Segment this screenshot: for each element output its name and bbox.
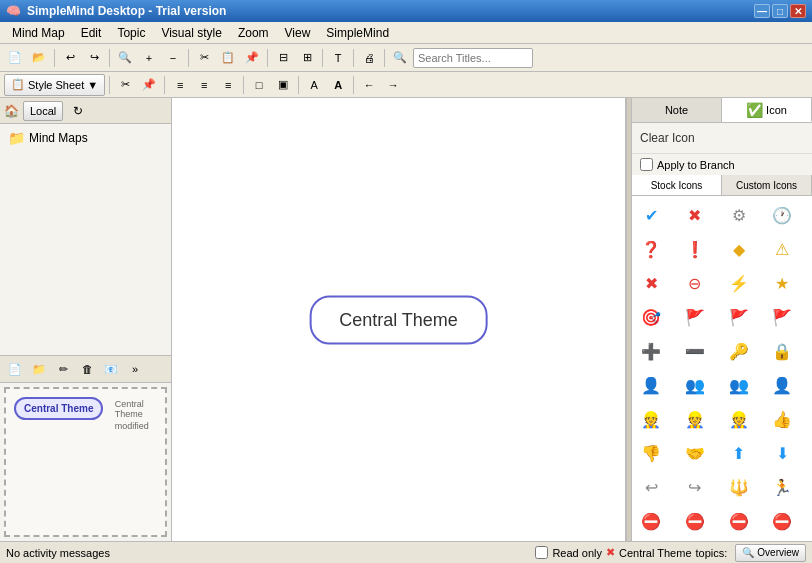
tab-note[interactable]: Note [632, 98, 722, 122]
icon-cell[interactable]: 🚩 [767, 302, 797, 332]
stock-icons-tab[interactable]: Stock Icons [632, 175, 722, 195]
custom-icons-tab[interactable]: Custom Icons [722, 175, 812, 195]
expand-button[interactable]: ⊞ [296, 47, 318, 69]
icon-cell[interactable]: ◆ [724, 234, 754, 264]
cut-button[interactable]: ✂ [193, 47, 215, 69]
icon-cell[interactable]: 👎 [636, 438, 666, 468]
paste-button[interactable]: 📌 [241, 47, 263, 69]
icon-cell[interactable]: ★ [767, 268, 797, 298]
bold-btn[interactable]: A [327, 74, 349, 96]
apply-to-branch-row: Apply to Branch [632, 154, 812, 175]
icon-cell[interactable]: 🚩 [724, 302, 754, 332]
tab-icon[interactable]: ✅ Icon [722, 98, 812, 122]
tree-item-mindmaps[interactable]: 📁 Mind Maps [4, 128, 167, 148]
maximize-button[interactable]: □ [772, 4, 788, 18]
icon-cell[interactable]: 👷 [680, 404, 710, 434]
icon-cell[interactable]: 👷 [724, 404, 754, 434]
icon-cell[interactable]: 👍 [767, 404, 797, 434]
icon-cell[interactable]: 👤 [636, 370, 666, 400]
redo-button[interactable]: ↪ [83, 47, 105, 69]
icon-cell[interactable]: ✖ [636, 268, 666, 298]
more-button[interactable]: » [124, 358, 146, 380]
icon-cell[interactable]: 🕐 [767, 200, 797, 230]
icon-cell[interactable]: 🚩 [680, 302, 710, 332]
icon-cell[interactable]: 🤝 [680, 438, 710, 468]
minimize-button[interactable]: — [754, 4, 770, 18]
icon-cell[interactable]: 🏃 [767, 472, 797, 502]
icon-cell[interactable]: 👷 [636, 404, 666, 434]
local-tab[interactable]: Local [23, 101, 63, 121]
line-btn1[interactable]: ← [358, 74, 380, 96]
icon-cell[interactable]: 👥 [680, 370, 710, 400]
menu-view[interactable]: View [277, 24, 319, 42]
share-button[interactable]: 📧 [100, 358, 122, 380]
collapse-button[interactable]: ⊟ [272, 47, 294, 69]
style-btn1[interactable]: ✂ [114, 74, 136, 96]
border-btn[interactable]: □ [248, 74, 270, 96]
icon-cell[interactable]: ↩ [636, 472, 666, 502]
icon-cell[interactable]: ✔ [636, 200, 666, 230]
font-btn[interactable]: A [303, 74, 325, 96]
icon-cell[interactable]: 🔱 [724, 472, 754, 502]
icon-cell[interactable]: 🎯 [636, 302, 666, 332]
overview-button[interactable]: 🔍 Overview [735, 544, 806, 562]
icon-cell[interactable]: ⚡ [724, 268, 754, 298]
icon-cell[interactable]: ⚠ [767, 234, 797, 264]
icon-cell[interactable]: ⛔ [767, 506, 797, 536]
icon-cell[interactable]: ⊖ [680, 268, 710, 298]
thumbnail-node[interactable]: Central Theme [14, 397, 103, 420]
menu-zoom[interactable]: Zoom [230, 24, 277, 42]
align-left-btn[interactable]: ≡ [169, 74, 191, 96]
close-button[interactable]: ✕ [790, 4, 806, 18]
central-theme-node[interactable]: Central Theme [309, 295, 488, 344]
menu-edit[interactable]: Edit [73, 24, 110, 42]
icon-cell[interactable]: ✖ [680, 200, 710, 230]
style-btn2[interactable]: 📌 [138, 74, 160, 96]
icon-cell[interactable]: 🔒 [767, 336, 797, 366]
zoom-fit-button[interactable]: 🔍 [114, 47, 136, 69]
icon-cell[interactable]: 👤 [767, 370, 797, 400]
zoom-out-button[interactable]: − [162, 47, 184, 69]
new-mindmap-button[interactable]: 📄 [4, 358, 26, 380]
icon-cell[interactable]: ❗ [680, 234, 710, 264]
format-button[interactable]: T [327, 47, 349, 69]
icon-cell[interactable]: 🔑 [724, 336, 754, 366]
fill-btn[interactable]: ▣ [272, 74, 294, 96]
icon-cell[interactable]: ⛔ [724, 506, 754, 536]
stylesheet-dropdown[interactable]: 📋 Style Sheet ▼ [4, 74, 105, 96]
icon-cell[interactable]: ↪ [680, 472, 710, 502]
undo-button[interactable]: ↩ [59, 47, 81, 69]
search-btn[interactable]: 🔍 [389, 47, 411, 69]
icon-cell[interactable]: ❓ [636, 234, 666, 264]
readonly-checkbox[interactable] [535, 546, 548, 559]
icon-cell[interactable]: ⚙ [724, 200, 754, 230]
new-folder-button[interactable]: 📁 [28, 358, 50, 380]
icon-cell[interactable]: 👥 [724, 370, 754, 400]
line-btn2[interactable]: → [382, 74, 404, 96]
menu-topic[interactable]: Topic [109, 24, 153, 42]
delete-button[interactable]: 🗑 [76, 358, 98, 380]
icon-cell[interactable]: ⛔ [636, 506, 666, 536]
menu-mindmap[interactable]: Mind Map [4, 24, 73, 42]
icon-cell[interactable]: ➕ [636, 336, 666, 366]
open-button[interactable]: 📂 [28, 47, 50, 69]
icon-cell[interactable]: ⬇ [767, 438, 797, 468]
menu-simplemind[interactable]: SimpleMind [318, 24, 397, 42]
menu-visualstyle[interactable]: Visual style [153, 24, 229, 42]
zoom-in-button[interactable]: + [138, 47, 160, 69]
icon-cell[interactable]: ⛔ [680, 506, 710, 536]
icon-cell[interactable]: ➖ [680, 336, 710, 366]
clear-icon-button[interactable]: Clear Icon [640, 131, 695, 145]
search-input[interactable] [413, 48, 533, 68]
print-button[interactable]: 🖨 [358, 47, 380, 69]
toolbar2-sep4 [298, 76, 299, 94]
edit-button[interactable]: ✏ [52, 358, 74, 380]
icon-cell[interactable]: ⬆ [724, 438, 754, 468]
apply-branch-checkbox[interactable] [640, 158, 653, 171]
align-right-btn[interactable]: ≡ [217, 74, 239, 96]
new-button[interactable]: 📄 [4, 47, 26, 69]
align-center-btn[interactable]: ≡ [193, 74, 215, 96]
copy-button[interactable]: 📋 [217, 47, 239, 69]
sync-button[interactable]: ↻ [67, 100, 89, 122]
mind-map-canvas[interactable]: Central Theme [172, 98, 626, 541]
